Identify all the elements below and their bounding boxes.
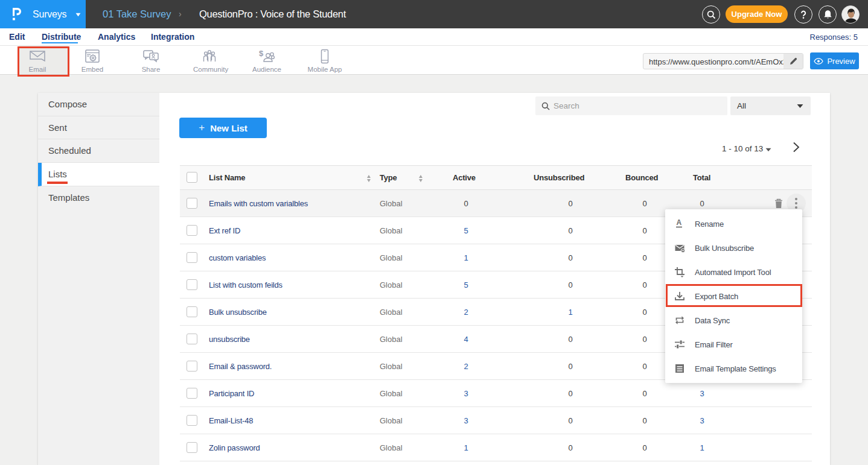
svg-text:A: A — [677, 218, 682, 227]
svg-text:$: $ — [259, 49, 264, 58]
